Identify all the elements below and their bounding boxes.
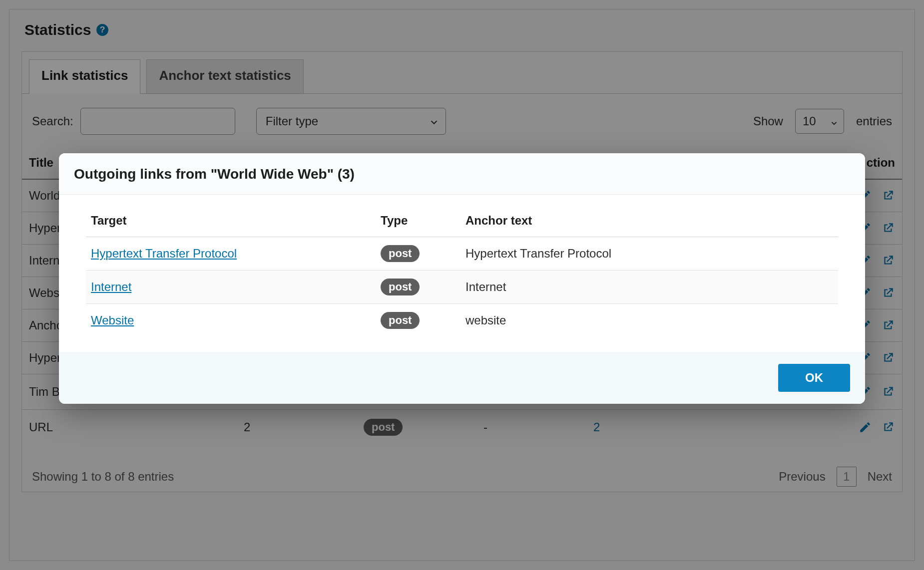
- modal-anchor-text: website: [461, 304, 838, 337]
- target-link[interactable]: Hypertext Transfer Protocol: [91, 247, 237, 260]
- modal-target: Internet: [86, 271, 376, 304]
- target-link[interactable]: Website: [91, 313, 134, 327]
- modal-row: InternetpostInternet: [86, 271, 838, 304]
- target-link[interactable]: Internet: [91, 280, 131, 293]
- modal-col-anchor: Anchor text: [461, 206, 838, 237]
- type-badge: post: [381, 279, 420, 295]
- modal-anchor-text: Hypertext Transfer Protocol: [461, 237, 838, 271]
- modal-row: Hypertext Transfer ProtocolpostHypertext…: [86, 237, 838, 271]
- modal-title: Outgoing links from "World Wide Web" (3): [59, 153, 865, 195]
- type-badge: post: [381, 245, 420, 262]
- modal-footer: OK: [59, 352, 865, 404]
- outgoing-links-table: Target Type Anchor text Hypertext Transf…: [86, 206, 838, 337]
- outgoing-links-modal: Outgoing links from "World Wide Web" (3)…: [59, 153, 865, 404]
- ok-button[interactable]: OK: [778, 364, 850, 392]
- modal-type: post: [376, 237, 461, 271]
- modal-target: Hypertext Transfer Protocol: [86, 237, 376, 271]
- modal-col-type: Type: [376, 206, 461, 237]
- modal-row: Websitepostwebsite: [86, 304, 838, 337]
- type-badge: post: [381, 312, 420, 329]
- modal-col-target: Target: [86, 206, 376, 237]
- modal-type: post: [376, 271, 461, 304]
- modal-target: Website: [86, 304, 376, 337]
- modal-type: post: [376, 304, 461, 337]
- modal-anchor-text: Internet: [461, 271, 838, 304]
